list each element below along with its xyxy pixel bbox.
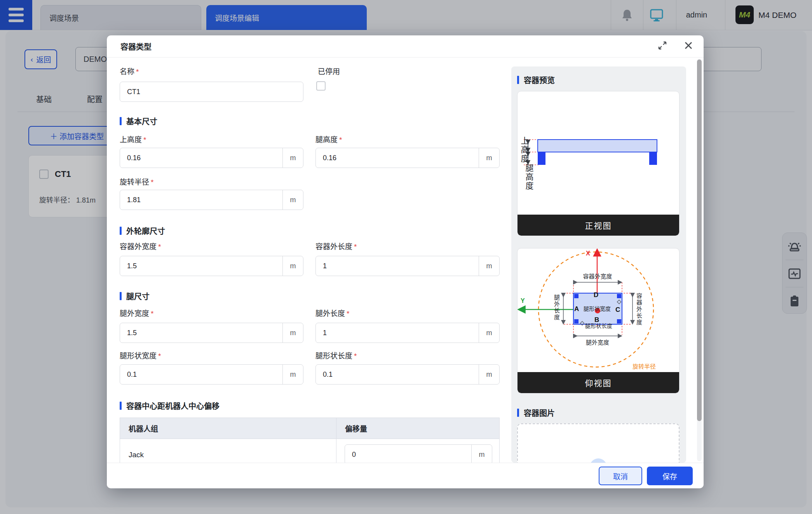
required-mark: * xyxy=(339,136,342,144)
unit-label: m xyxy=(282,365,303,384)
unit-label: m xyxy=(282,190,303,210)
corner-c-label: C xyxy=(615,306,620,314)
container-image-upload-area[interactable] xyxy=(517,423,680,463)
axis-x-label: X xyxy=(586,250,590,257)
upper-height-input[interactable] xyxy=(120,148,282,168)
required-mark: * xyxy=(158,243,161,251)
unit-label: m xyxy=(282,148,303,168)
rotation-radius-input-group: m xyxy=(120,190,303,210)
unit-label: m xyxy=(282,323,303,343)
offset-cell: m xyxy=(336,439,499,463)
field-label: 腿形状长度 xyxy=(315,352,352,360)
field-label: 腿外长度 xyxy=(315,309,345,318)
offset-table: 机器人组 偏移量 Jack m xyxy=(120,418,500,463)
expand-icon[interactable] xyxy=(657,40,668,51)
front-view-diagram xyxy=(518,91,680,215)
leg-outer-width-input[interactable] xyxy=(120,323,282,343)
section-leg-dimensions: 腿尺寸 xyxy=(120,290,150,302)
front-upper-height-label: 上高度 xyxy=(518,136,530,163)
outer-length-dim-label: 容器外长度 xyxy=(635,293,643,326)
section-bar xyxy=(120,227,122,235)
robot-group-cell: Jack xyxy=(120,439,336,463)
name-label: 名称 xyxy=(120,68,134,76)
column-header-robot-group: 机器人组 xyxy=(120,418,336,439)
required-mark: * xyxy=(158,352,161,360)
field-label: 旋转半径 xyxy=(120,178,149,186)
container-type-modal: 容器类型 名称* 已停用 基本尺寸 上高度* m 腿高度* xyxy=(107,35,704,488)
leg-outer-width-input-group: m xyxy=(120,323,303,343)
bottom-view-card: X Y 容器外宽度 腿外宽度 腿外长度 容器外长度 腿形状宽度 腿形状长度 旋转… xyxy=(517,248,680,393)
offset-input-group: m xyxy=(345,444,492,463)
section-bar xyxy=(120,402,122,410)
container-image-section-title: 容器图片 xyxy=(517,407,555,418)
name-input[interactable] xyxy=(120,82,303,101)
corner-d-label: D xyxy=(594,291,598,299)
unit-label: m xyxy=(479,256,499,276)
section-basic-dimensions: 基本尺寸 xyxy=(120,115,157,127)
axis-y-label: Y xyxy=(521,297,525,304)
modal-footer: 取消 保存 xyxy=(107,463,704,488)
leg-width-dim-label: 腿外宽度 xyxy=(564,338,631,346)
required-mark: * xyxy=(151,178,153,186)
field-label: 上高度 xyxy=(120,136,142,144)
required-mark: * xyxy=(354,352,357,360)
disabled-checkbox[interactable] xyxy=(316,81,326,91)
field-label: 腿高度 xyxy=(315,136,338,144)
front-view-caption: 正视图 xyxy=(518,215,679,236)
bottom-view-caption: 仰视图 xyxy=(518,372,679,393)
modal-body: 名称* 已停用 基本尺寸 上高度* m 腿高度* m 旋转半径* m 外轮廓尺寸… xyxy=(107,57,704,463)
modal-header: 容器类型 xyxy=(107,35,704,58)
container-preview-panel: 容器预览 xyxy=(511,66,686,463)
upper-height-input-group: m xyxy=(120,148,303,168)
save-button[interactable]: 保存 xyxy=(647,467,693,485)
leg-shape-width-input[interactable] xyxy=(120,365,282,384)
container-outer-width-input-group: m xyxy=(120,256,303,276)
section-bar xyxy=(120,292,122,300)
required-mark: * xyxy=(143,136,146,144)
leg-length-dim-label: 腿外长度 xyxy=(552,294,561,321)
field-label: 腿形状宽度 xyxy=(120,352,157,360)
unit-label: m xyxy=(282,256,303,276)
preview-section-title: 容器预览 xyxy=(517,74,555,86)
leg-shape-length-input[interactable] xyxy=(316,365,479,384)
section-bar xyxy=(120,117,122,125)
field-label: 容器外宽度 xyxy=(120,243,157,251)
field-label: 腿外宽度 xyxy=(120,309,149,318)
screen: 调度场景 调度场景编辑 admin M4 M4 DEMO DEMO ‹ 返回 基… xyxy=(0,0,812,514)
leg-outer-length-input[interactable] xyxy=(316,323,479,343)
section-bar xyxy=(517,76,519,84)
section-center-offset: 容器中心距机器人中心偏移 xyxy=(120,400,220,411)
required-mark: * xyxy=(354,243,357,251)
unit-label: m xyxy=(479,323,499,343)
required-mark: * xyxy=(347,309,349,318)
leg-outer-length-input-group: m xyxy=(315,323,500,343)
cancel-button[interactable]: 取消 xyxy=(599,467,642,485)
modal-title: 容器类型 xyxy=(120,41,152,52)
container-outer-width-input[interactable] xyxy=(120,256,282,276)
corner-a-label: A xyxy=(574,305,579,313)
leg-shape-width-input-group: m xyxy=(120,364,303,385)
table-row: Jack m xyxy=(120,439,499,463)
disabled-label: 已停用 xyxy=(318,66,340,76)
unit-label: m xyxy=(471,445,492,463)
corner-b-label: B xyxy=(594,316,599,324)
front-leg-height-label: 腿高度 xyxy=(523,164,535,191)
unit-label: m xyxy=(479,365,499,384)
front-view-card: 上高度 腿高度 正视图 xyxy=(517,91,680,236)
rotation-radius-input[interactable] xyxy=(120,190,282,210)
modal-scrollbar-thumb[interactable] xyxy=(697,59,702,421)
leg-height-input[interactable] xyxy=(316,148,479,168)
container-outer-length-input-group: m xyxy=(315,256,500,276)
rotation-radius-dim-label: 旋转半径 xyxy=(633,362,656,370)
offset-table-header: 机器人组 偏移量 xyxy=(120,418,499,439)
field-label: 容器外长度 xyxy=(315,243,352,251)
name-input-group xyxy=(120,82,303,102)
offset-input[interactable] xyxy=(345,445,471,463)
required-mark: * xyxy=(151,309,153,318)
container-outer-length-input[interactable] xyxy=(316,256,479,276)
leg-height-input-group: m xyxy=(315,148,500,168)
section-bar xyxy=(517,409,519,417)
outer-width-dim-label: 容器外宽度 xyxy=(564,272,631,280)
column-header-offset: 偏移量 xyxy=(336,418,499,439)
close-icon[interactable] xyxy=(683,40,694,51)
